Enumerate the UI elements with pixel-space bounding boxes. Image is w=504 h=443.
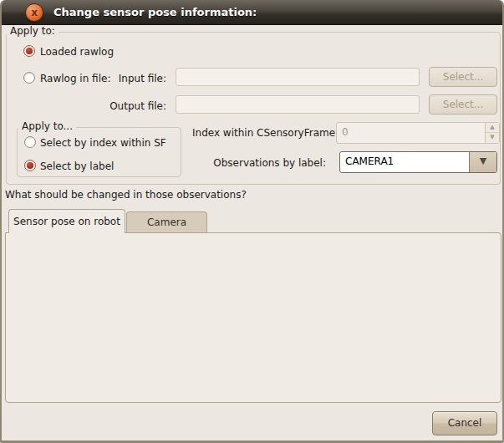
- combobox-dropdown-button[interactable]: ▼: [469, 152, 496, 172]
- spinner-up-icon[interactable]: ▲: [486, 123, 499, 133]
- spinner-down-icon[interactable]: ▼: [486, 133, 499, 143]
- output-file-field[interactable]: [176, 95, 420, 114]
- radio-select-by-label-label[interactable]: Select by label: [40, 160, 114, 172]
- radio-select-by-label[interactable]: [24, 160, 36, 171]
- index-spinner[interactable]: 0 ▲ ▼: [336, 122, 500, 144]
- radio-loaded-rawlog-label[interactable]: Loaded rawlog: [40, 46, 114, 58]
- select-output-file-button[interactable]: Select...: [429, 94, 497, 115]
- cancel-button[interactable]: Cancel: [432, 411, 497, 435]
- observations-by-label-label: Observations by label:: [192, 157, 326, 169]
- question-label: What should be changed in those observat…: [5, 189, 247, 201]
- radio-select-by-index-label[interactable]: Select by index within SF: [40, 137, 166, 149]
- radio-rawlog-in-file-label[interactable]: Rawlog in file:: [40, 73, 110, 84]
- titlebar[interactable]: x Change sensor pose information:: [0, 0, 504, 25]
- close-button[interactable]: x: [25, 3, 43, 22]
- apply-to-group-label: Apply to:: [7, 25, 59, 37]
- radio-loaded-rawlog[interactable]: [23, 45, 35, 57]
- radio-rawlog-in-file[interactable]: [23, 72, 35, 84]
- output-file-label: Output file:: [94, 100, 166, 112]
- sensor-pose-panel: [5, 232, 501, 403]
- input-file-label: Input file:: [102, 73, 166, 84]
- radio-select-by-index[interactable]: [24, 136, 36, 148]
- observations-combobox[interactable]: CAMERA1 ▼: [339, 151, 497, 173]
- observations-combobox-value: CAMERA1: [345, 155, 394, 167]
- tab-sensor-pose[interactable]: Sensor pose on robot: [8, 209, 125, 233]
- input-file-field[interactable]: [176, 68, 420, 86]
- index-spinner-value: 0: [342, 126, 349, 138]
- select-input-file-button[interactable]: Select...: [429, 67, 497, 87]
- tab-camera-parameters[interactable]: Camera parameters: [126, 211, 207, 233]
- index-within-label: Index within CSensoryFrame: [192, 127, 326, 139]
- dialog-window: x Change sensor pose information: Apply …: [0, 0, 504, 443]
- selection-group-label: Apply to...: [18, 120, 76, 132]
- close-icon: x: [31, 7, 38, 18]
- chevron-down-icon: ▼: [470, 155, 496, 166]
- window-title: Change sensor pose information:: [53, 0, 257, 25]
